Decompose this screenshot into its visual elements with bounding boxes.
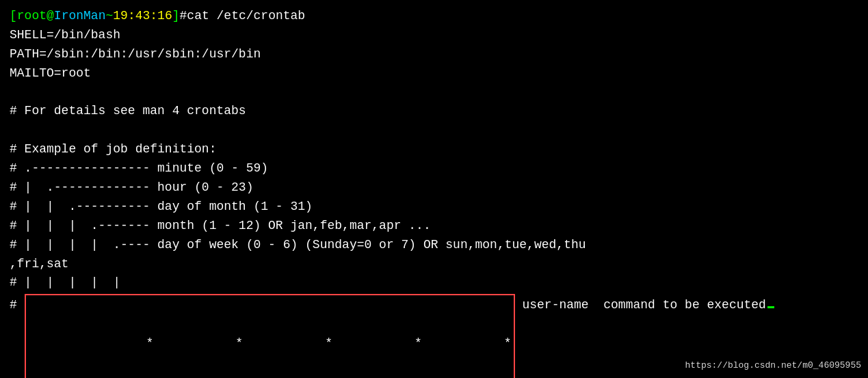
cursor [767, 306, 774, 308]
hash: # [180, 7, 187, 26]
output-line: # For details see man 4 crontabs [10, 102, 858, 121]
watermark: https://blog.csdn.net/m0_46095955 [685, 359, 861, 373]
asterisk-4: * 4 [341, 315, 422, 378]
asterisk-2: * 2 [161, 315, 243, 378]
output-line [10, 83, 858, 103]
output-line: # | | .---------- day of month (1 - 31) [10, 198, 858, 217]
output-line: # | | | | .---- day of week (0 - 6) (Sun… [10, 236, 858, 255]
asterisk-group: * 1 * 2 * 3 * 4 * 5 [72, 315, 511, 378]
asterisk-highlighted-box: * 1 * 2 * 3 * 4 * 5 [25, 294, 515, 378]
output-line: PATH=/sbin:/bin:/usr/sbin:/usr/bin [10, 45, 858, 64]
output-line: MAILTO=root [10, 64, 858, 83]
output-line: SHELL=/bin/bash [10, 26, 858, 45]
output-line: ,fri,sat [10, 255, 858, 274]
hash-asterisk-prefix: # [10, 296, 25, 315]
output-line: # | | | | | [10, 273, 858, 293]
output-line: # .---------------- minute (0 - 59) [10, 159, 858, 178]
terminal: [root@IronMan ~ 19:43:16]#cat /etc/cront… [0, 0, 868, 378]
username: root [17, 7, 47, 26]
bracket-close: ] [172, 7, 180, 26]
command-text: cat /etc/crontab [187, 7, 305, 26]
asterisk-3: * 3 [251, 315, 332, 378]
prompt-line: [root@IronMan ~ 19:43:16]#cat /etc/cront… [10, 7, 858, 26]
cwd: ~ [105, 7, 113, 26]
output-line [10, 121, 858, 140]
bracket-open: [ [10, 7, 17, 26]
asterisk-1: * 1 [72, 315, 153, 378]
hostname: IronMan [54, 7, 106, 26]
timestamp: 19:43:16 [113, 7, 172, 26]
at-symbol: @ [47, 7, 54, 26]
output-line: # Example of job definition: [10, 140, 858, 159]
output-line: # | .------------- hour (0 - 23) [10, 178, 858, 198]
asterisk-5: * 5 [430, 315, 512, 378]
output-line: # | | | .------- month (1 - 12) OR jan,f… [10, 217, 858, 236]
user-command-text: user-name command to be executed [515, 296, 766, 315]
